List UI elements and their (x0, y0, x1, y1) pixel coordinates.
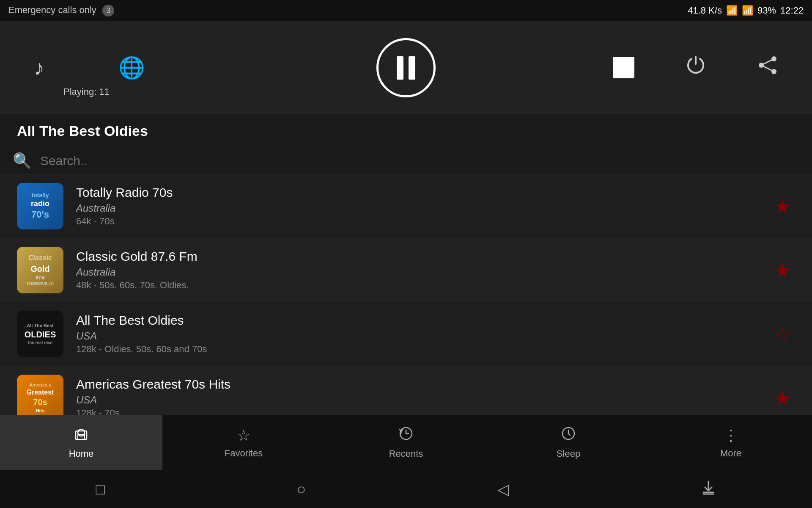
notification-badge: 3 (102, 5, 114, 17)
station-info: Classic Gold 87.6 Fm Australia 48k - 50s… (76, 249, 770, 291)
nav-favorites-label: Favorites (225, 448, 263, 459)
nav-home-label: Home (69, 448, 94, 459)
player-controls: ♪ 🌐 Playing: 11 (0, 21, 812, 114)
station-logo: Classic Gold 87.6 TOWNSVILLE (17, 247, 63, 293)
nav-recents[interactable]: Recents (325, 415, 487, 470)
status-emergency: Emergency calls only 3 (8, 5, 114, 17)
bottom-nav: Home ☆ Favorites Recents Sleep ⋮ More (0, 415, 812, 470)
station-info: Totally Radio 70s Australia 64k - 70s (76, 185, 770, 227)
favorites-icon: ☆ (237, 427, 250, 444)
pause-button[interactable] (376, 38, 436, 97)
nav-sleep-label: Sleep (557, 448, 580, 459)
list-item[interactable]: totally radio 70's Totally Radio 70s Aus… (0, 174, 812, 238)
station-info: All The Best Oldies USA 128k - Oldies. 5… (76, 313, 770, 355)
station-logo: totally radio 70's (17, 183, 63, 229)
nav-circle-button[interactable]: ○ (284, 476, 318, 502)
nav-more[interactable]: ⋮ More (650, 415, 812, 470)
station-name: Totally Radio 70s (76, 185, 770, 200)
search-icon: 🔍 (13, 152, 32, 170)
system-nav: □ ○ ◁ (0, 470, 812, 508)
pause-bar-left (397, 56, 403, 80)
station-list: totally radio 70's Totally Radio 70s Aus… (0, 174, 812, 415)
home-icon (74, 426, 89, 445)
title-bar: All The Best Oldies (0, 114, 812, 148)
nav-back-button[interactable]: ◁ (485, 476, 522, 502)
playing-info: Playing: 11 (63, 86, 110, 97)
list-item[interactable]: All The Best OLDIES the real deal All Th… (0, 302, 812, 366)
search-input[interactable] (40, 154, 795, 168)
station-info: Americas Greatest 70s Hits USA 128k - 70… (76, 377, 770, 415)
station-country: USA (76, 394, 770, 406)
globe-icon: 🌐 (118, 55, 145, 80)
nav-recents-label: Recents (389, 448, 423, 459)
station-name: All The Best Oldies (76, 313, 770, 328)
search-bar: 🔍 (0, 148, 812, 174)
nav-more-label: More (720, 448, 741, 459)
music-icon: ♪ (34, 55, 44, 80)
time-display: 12:22 (780, 5, 804, 16)
station-bitrate: 128k - 70s (76, 408, 770, 415)
power-button[interactable] (685, 55, 706, 81)
station-bitrate: 64k - 70s (76, 216, 770, 227)
more-icon: ⋮ (723, 427, 738, 444)
station-name: Classic Gold 87.6 Fm (76, 249, 770, 264)
stop-button[interactable] (613, 57, 634, 78)
station-country: USA (76, 330, 770, 342)
bluetooth-icon: 📶 (726, 5, 738, 16)
svg-line-4 (761, 65, 774, 72)
pause-bar-right (409, 56, 415, 80)
nav-home[interactable]: Home (0, 415, 162, 470)
main-content: All The Best Oldies 🔍 totally radio 70's… (0, 114, 812, 415)
nav-download-button[interactable] (688, 475, 729, 503)
station-name: Americas Greatest 70s Hits (76, 377, 770, 392)
battery-indicator: 93% (757, 5, 776, 16)
nav-square-button[interactable]: □ (83, 476, 118, 502)
nav-sleep[interactable]: Sleep (487, 415, 650, 470)
svg-line-3 (761, 59, 774, 65)
station-bitrate: 128k - Oldies. 50s. 60s and 70s (76, 344, 770, 355)
status-right: 41.8 K/s 📶 📶 93% 12:22 (688, 5, 804, 16)
wifi-icon: 📶 (742, 5, 753, 16)
list-item[interactable]: Classic Gold 87.6 TOWNSVILLE Classic Gol… (0, 238, 812, 302)
station-country: Australia (76, 266, 770, 278)
favorite-button[interactable]: ☆ (770, 319, 795, 349)
svg-point-6 (78, 429, 85, 436)
share-button[interactable] (757, 55, 778, 81)
pause-icon (395, 55, 417, 80)
favorite-button[interactable]: ★ (770, 191, 795, 221)
nav-favorites[interactable]: ☆ Favorites (162, 415, 325, 470)
favorite-button[interactable]: ★ (770, 383, 795, 413)
status-bar: Emergency calls only 3 41.8 K/s 📶 📶 93% … (0, 0, 812, 21)
favorite-button[interactable]: ★ (770, 255, 795, 285)
station-logo: America's Greatest 70s Hits (17, 375, 63, 415)
station-country: Australia (76, 202, 770, 214)
recents-icon (398, 426, 414, 445)
speed-indicator: 41.8 K/s (688, 5, 722, 16)
station-logo: All The Best OLDIES the real deal (17, 311, 63, 357)
page-title: All The Best Oldies (17, 123, 148, 139)
station-bitrate: 48k - 50s. 60s. 70s. Oldies. (76, 280, 770, 291)
list-item[interactable]: America's Greatest 70s Hits Americas Gre… (0, 366, 812, 415)
sleep-icon (561, 426, 576, 445)
